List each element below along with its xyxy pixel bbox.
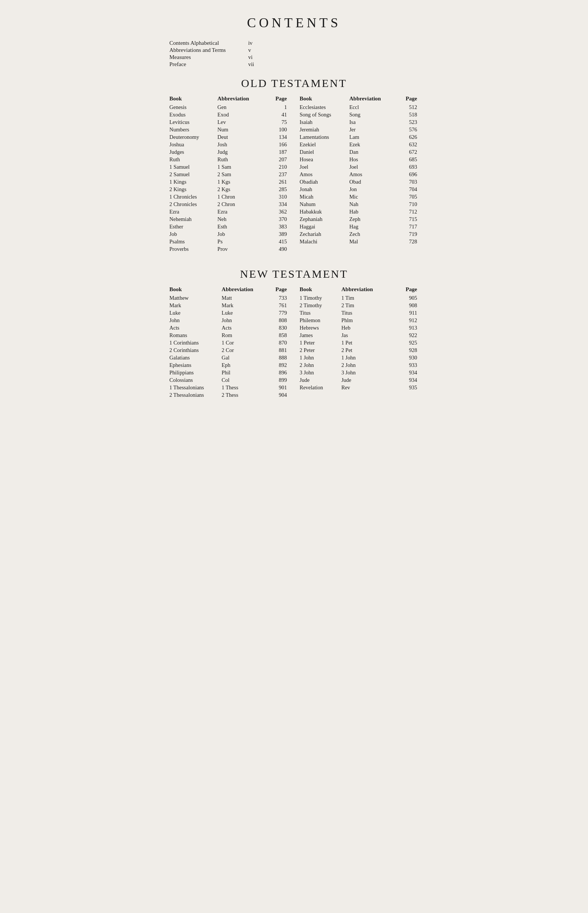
table-row: 1 Corinthians 1 Cor 870 — [170, 339, 288, 346]
book-name: 2 John — [300, 361, 341, 369]
table-row: 2 John 2 John 933 — [300, 361, 418, 369]
book-page: 901 — [270, 384, 288, 391]
book-name: Nehemiah — [170, 215, 218, 223]
book-name: Mark — [170, 302, 221, 309]
book-name: 1 Kings — [170, 178, 218, 186]
book-page: 881 — [270, 346, 288, 354]
book-name: Ezekiel — [300, 141, 349, 148]
table-row: Mark Mark 761 — [170, 302, 288, 309]
book-abbr: Dan — [349, 148, 399, 155]
book-abbr: Gal — [221, 354, 270, 361]
book-abbr: Zeph — [349, 215, 399, 223]
book-name: Hosea — [300, 155, 349, 163]
book-abbr: Jer — [349, 126, 399, 133]
book-page: 728 — [399, 238, 418, 245]
book-name: 1 Thessalonians — [170, 384, 221, 391]
book-abbr: Prov — [218, 245, 269, 253]
book-name: Judges — [170, 148, 218, 155]
book-name: Jeremiah — [300, 126, 349, 133]
book-page: 733 — [270, 294, 288, 302]
book-page: 933 — [397, 361, 418, 369]
book-abbr: Titus — [341, 309, 397, 317]
toc-page: iv — [248, 40, 254, 47]
book-name: 1 Chronicles — [170, 193, 218, 201]
table-row: Haggai Hag 717 — [300, 223, 418, 230]
table-row: Titus Titus 911 — [300, 309, 418, 317]
book-abbr: Rev — [341, 384, 397, 391]
book-page: 626 — [399, 133, 418, 141]
book-abbr: Zech — [349, 230, 399, 238]
toc-list: Contents Alphabetical iv Abbreviations a… — [170, 40, 418, 68]
ot-left-book-header: Book — [170, 95, 218, 104]
book-name: Ephesians — [170, 361, 221, 369]
table-row: Jeremiah Jer 576 — [300, 126, 418, 133]
book-abbr: Obad — [349, 178, 399, 186]
table-row: Proverbs Prov 490 — [170, 245, 288, 253]
table-row: Ruth Ruth 207 — [170, 155, 288, 163]
table-row: 2 Corinthians 2 Cor 881 — [170, 346, 288, 354]
table-row: Acts Acts 830 — [170, 324, 288, 332]
book-name: 1 Peter — [300, 339, 341, 346]
book-abbr: John — [221, 317, 270, 324]
table-row: John John 808 — [170, 317, 288, 324]
table-row: Romans Rom 858 — [170, 332, 288, 339]
book-name: 2 Thessalonians — [170, 391, 221, 399]
book-abbr: Hos — [349, 155, 399, 163]
book-abbr: 2 Tim — [341, 302, 397, 309]
table-row: Job Job 389 — [170, 230, 288, 238]
nt-left-book-header: Book — [170, 285, 221, 294]
table-row: Jonah Jon 704 — [300, 186, 418, 193]
old-testament-title: Old Testament — [170, 77, 418, 90]
toc-page: v — [248, 47, 254, 54]
table-row: Habakkuk Hab 712 — [300, 208, 418, 215]
book-abbr: Acts — [221, 324, 270, 332]
book-abbr: 2 John — [341, 361, 397, 369]
book-abbr: Ruth — [218, 155, 269, 163]
book-abbr: Mic — [349, 193, 399, 201]
book-abbr: Isa — [349, 118, 399, 126]
book-abbr: Phlm — [341, 317, 397, 324]
book-abbr: 2 Thess — [221, 391, 270, 399]
table-row: Exodus Exod 41 — [170, 111, 288, 118]
book-page: 703 — [399, 178, 418, 186]
book-name: Proverbs — [170, 245, 218, 253]
book-page: 911 — [397, 309, 418, 317]
book-page: 719 — [399, 230, 418, 238]
book-page: 892 — [270, 361, 288, 369]
book-abbr: Exod — [218, 111, 269, 118]
book-page: 166 — [268, 141, 288, 148]
book-abbr: Song — [349, 111, 399, 118]
book-abbr: Joel — [349, 163, 399, 171]
book-abbr: 1 Chron — [218, 193, 269, 201]
book-page: 512 — [399, 104, 418, 111]
old-testament-right-table: Book Abbreviation Page Ecclesiastes Eccl… — [300, 95, 418, 253]
table-row: 2 Chronicles 2 Chron 334 — [170, 201, 288, 208]
book-abbr: Judg — [218, 148, 269, 155]
book-page: 858 — [270, 332, 288, 339]
nt-right-book-header: Book — [300, 285, 341, 294]
book-name: 2 Timothy — [300, 302, 341, 309]
book-page: 134 — [268, 133, 288, 141]
old-testament-left-table: Book Abbreviation Page Genesis Gen 1 Exo… — [170, 95, 288, 253]
book-page: 830 — [270, 324, 288, 332]
book-name: Haggai — [300, 223, 349, 230]
book-abbr: 2 Chron — [218, 201, 269, 208]
book-abbr: Gen — [218, 104, 269, 111]
table-row: 2 Peter 2 Pet 928 — [300, 346, 418, 354]
table-row: Colossians Col 899 — [170, 376, 288, 384]
new-testament-left-table: Book Abbreviation Page Matthew Matt 733 … — [170, 285, 288, 399]
book-page: 704 — [399, 186, 418, 193]
book-page: 717 — [399, 223, 418, 230]
book-name: Genesis — [170, 104, 218, 111]
book-page: 518 — [399, 111, 418, 118]
toc-item: Contents Alphabetical iv — [170, 40, 254, 47]
book-page: 237 — [268, 171, 288, 178]
ot-right-page-header: Page — [399, 95, 418, 104]
table-row: 3 John 3 John 934 — [300, 369, 418, 376]
table-row: Judges Judg 187 — [170, 148, 288, 155]
book-name: Obadiah — [300, 178, 349, 186]
book-name: Colossians — [170, 376, 221, 384]
table-row: Hosea Hos 685 — [300, 155, 418, 163]
nt-left-page-header: Page — [270, 285, 288, 294]
table-row: 1 Timothy 1 Tim 905 — [300, 294, 418, 302]
